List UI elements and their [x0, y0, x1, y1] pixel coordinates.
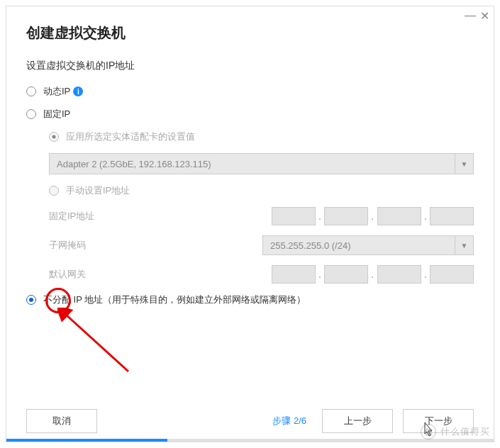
field-label: 固定IP地址: [49, 210, 134, 223]
chevron-down-icon: ▼: [455, 153, 474, 174]
radio-icon: [26, 86, 36, 96]
ip-input-group: . . .: [272, 265, 474, 284]
field-gateway: 默认网关 . . .: [49, 265, 474, 284]
field-label: 默认网关: [49, 268, 134, 281]
ip-octet-input: [272, 265, 316, 284]
ip-octet-input: [377, 265, 421, 284]
adapter-select: Adapter 2 (2.5GbE, 192.168.123.115) ▼: [49, 153, 474, 174]
radio-label: 手动设置IP地址: [66, 184, 130, 197]
minimize-button[interactable]: —: [465, 9, 476, 23]
radio-icon: [49, 132, 59, 142]
field-subnet: 子网掩码 255.255.255.0 (/24) ▼: [49, 235, 474, 255]
radio-label: 不分配 IP 地址（用于特殊目的，例如建立外部网络或隔离网络）: [43, 293, 306, 306]
radio-icon: [26, 109, 36, 119]
radio-no-ip[interactable]: 不分配 IP 地址（用于特殊目的，例如建立外部网络或隔离网络）: [26, 293, 474, 306]
radio-dynamic-ip[interactable]: 动态IP i: [26, 85, 474, 98]
step-indicator: 步骤 2/6: [272, 415, 306, 427]
ip-octet-input: [377, 207, 421, 225]
window-controls: — ✕: [465, 9, 489, 23]
progress-fill: [6, 439, 167, 442]
section-title: 设置虚拟交换机的IP地址: [26, 60, 474, 72]
next-button[interactable]: 下一步: [403, 409, 474, 433]
svg-line-0: [66, 315, 128, 371]
ip-octet-input: [272, 207, 316, 225]
button-label: 下一步: [425, 415, 452, 427]
ip-octet-input: [430, 207, 474, 225]
radio-icon: [49, 186, 59, 196]
close-button[interactable]: ✕: [480, 9, 489, 23]
adapter-select-value: Adapter 2 (2.5GbE, 192.168.123.115): [49, 153, 455, 174]
dialog-footer: 取消 步骤 2/6 上一步 下一步: [6, 409, 494, 433]
dialog-content: 创建虚拟交换机 设置虚拟交换机的IP地址 动态IP i 固定IP 应用所选定实体…: [6, 6, 494, 306]
subnet-select: 255.255.255.0 (/24) ▼: [262, 235, 474, 255]
field-label: 子网掩码: [49, 239, 134, 252]
ip-octet-input: [324, 265, 368, 284]
dialog-title: 创建虚拟交换机: [26, 23, 474, 43]
radio-icon: [26, 295, 36, 305]
ip-octet-input: [430, 265, 474, 284]
cancel-button[interactable]: 取消: [26, 409, 97, 433]
radio-manual-ip: 手动设置IP地址: [49, 184, 474, 197]
ip-octet-input: [324, 207, 368, 225]
radio-label: 动态IP: [43, 85, 70, 98]
ip-input-group: . . .: [272, 207, 474, 225]
dialog-window: — ✕ 创建虚拟交换机 设置虚拟交换机的IP地址 动态IP i 固定IP 应用所…: [6, 6, 494, 442]
subnet-select-value: 255.255.255.0 (/24): [262, 235, 455, 255]
button-label: 取消: [52, 415, 71, 427]
button-label: 上一步: [344, 415, 372, 427]
radio-label: 固定IP: [43, 108, 70, 121]
radio-label: 应用所选定实体适配卡的设置值: [66, 130, 195, 143]
field-fixed-ip: 固定IP地址 . . .: [49, 207, 474, 225]
annotation-arrow: [57, 308, 143, 379]
info-icon[interactable]: i: [73, 86, 83, 96]
radio-use-adapter: 应用所选定实体适配卡的设置值: [49, 130, 474, 143]
prev-button[interactable]: 上一步: [322, 409, 393, 433]
chevron-down-icon: ▼: [455, 235, 474, 255]
radio-static-ip[interactable]: 固定IP: [26, 108, 474, 121]
progress-bar: [6, 439, 494, 442]
